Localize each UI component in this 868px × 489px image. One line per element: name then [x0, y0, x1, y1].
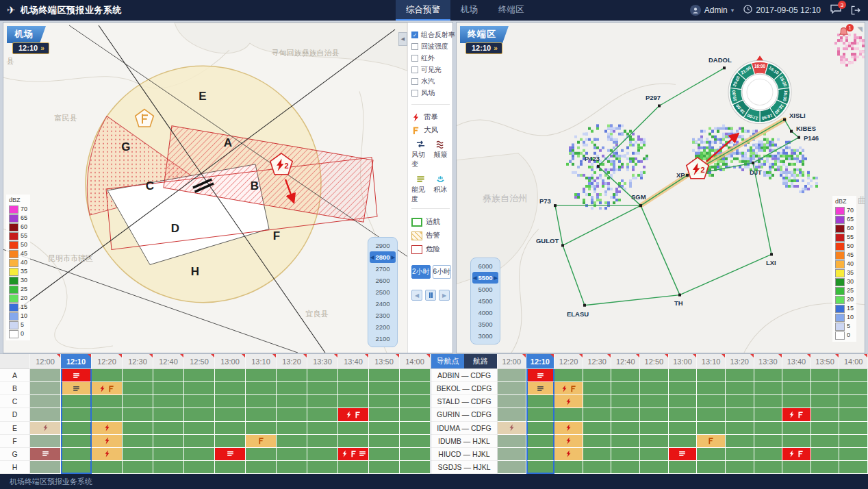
- zone-cell-6-13:20[interactable]: [277, 448, 307, 461]
- route-cell-1-12:30[interactable]: [583, 382, 612, 395]
- route-cell-7-12:50[interactable]: [640, 461, 669, 474]
- altitude-option-6000[interactable]: 6000: [472, 260, 498, 272]
- user-menu[interactable]: Admin ▾: [690, 5, 735, 16]
- route-cell-6-13:40[interactable]: [782, 448, 811, 461]
- route-cell-2-13:20[interactable]: [726, 395, 754, 408]
- layer-checkbox-5[interactable]: 风场: [411, 88, 450, 98]
- route-cell-3-13:50[interactable]: [811, 408, 840, 421]
- route-cell-0-12:30[interactable]: [583, 369, 612, 382]
- route-cell-0-14:00[interactable]: [839, 369, 868, 382]
- route-cell-6-12:40[interactable]: [611, 448, 640, 461]
- route-cell-5-12:20[interactable]: [554, 435, 583, 448]
- zone-cell-2-12:10[interactable]: [61, 395, 92, 408]
- time-header-13:00[interactable]: 13:00: [215, 354, 246, 369]
- time-header-13:40[interactable]: 13:40: [782, 354, 811, 369]
- zone-cell-3-13:20[interactable]: [277, 408, 307, 421]
- route-cell-4-12:30[interactable]: [583, 422, 612, 435]
- zone-cell-0-13:20[interactable]: [277, 369, 307, 382]
- alerts-bell-button[interactable]: 1: [838, 27, 850, 41]
- route-cell-1-13:10[interactable]: [697, 382, 726, 395]
- zone-cell-5-12:30[interactable]: [123, 435, 153, 448]
- waypoint-marker[interactable]: [678, 294, 681, 297]
- zone-cell-7-13:30[interactable]: [307, 461, 338, 474]
- time-header-13:30[interactable]: 13:30: [754, 354, 783, 369]
- time-header-12:40[interactable]: 12:40: [611, 354, 640, 369]
- zone-cell-5-13:50[interactable]: [369, 435, 400, 448]
- route-cell-0-12:10[interactable]: [526, 369, 555, 382]
- route-cell-3-12:50[interactable]: [640, 408, 669, 421]
- terminal-map[interactable]: DADOLP297XISLIKIBESP146P423XPDJTSGMP73GU…: [457, 23, 865, 353]
- zone-cell-7-12:10[interactable]: [61, 461, 92, 474]
- altitude-option-2100[interactable]: 2100: [370, 333, 396, 344]
- layer-checkbox-1[interactable]: 回波强度: [411, 42, 450, 51]
- zone-cell-7-12:30[interactable]: [123, 461, 153, 474]
- route-cell-4-13:20[interactable]: [726, 422, 754, 435]
- route-cell-6-12:20[interactable]: [554, 448, 583, 461]
- zone-cell-2-13:00[interactable]: [215, 395, 246, 408]
- zone-cell-0-13:50[interactable]: [369, 369, 400, 382]
- zone-cell-5-12:10[interactable]: [61, 435, 92, 448]
- altitude-option-4000[interactable]: 4000: [472, 307, 498, 318]
- zone-cell-4-13:20[interactable]: [277, 422, 307, 435]
- zone-cell-6-12:00[interactable]: [30, 448, 61, 461]
- route-cell-6-13:20[interactable]: [726, 448, 754, 461]
- route-cell-5-13:40[interactable]: [782, 435, 811, 448]
- layer-checkbox-3[interactable]: 可见光: [411, 65, 450, 75]
- zone-cell-1-13:30[interactable]: [307, 382, 338, 395]
- zone-cell-5-13:10[interactable]: [246, 435, 277, 448]
- time-header-12:30[interactable]: 12:30: [583, 354, 612, 369]
- route-cell-7-13:00[interactable]: [669, 461, 698, 474]
- route-cell-3-13:10[interactable]: [697, 408, 726, 421]
- route-cell-4-13:10[interactable]: [697, 422, 726, 435]
- route-cell-4-13:00[interactable]: [669, 422, 698, 435]
- zone-cell-0-13:40[interactable]: [338, 369, 369, 382]
- airport-map[interactable]: ABCDEFGH寻甸回族彝族自治县县富民县昆明市市辖区宜良县2 机场 12:10…: [3, 23, 407, 353]
- route-cell-3-12:10[interactable]: [526, 408, 555, 421]
- route-cell-0-12:50[interactable]: [640, 369, 669, 382]
- time-header-13:50[interactable]: 13:50: [369, 354, 400, 369]
- route-cell-4-13:40[interactable]: [782, 422, 811, 435]
- zone-cell-4-13:50[interactable]: [369, 422, 400, 435]
- zone-cell-6-12:20[interactable]: [92, 448, 123, 461]
- layer-checkbox-0[interactable]: ✓组合反射率: [411, 30, 450, 40]
- zone-cell-2-14:00[interactable]: [400, 395, 431, 408]
- time-header-14:00[interactable]: 14:00: [400, 354, 431, 369]
- route-cell-7-14:00[interactable]: [839, 461, 868, 474]
- route-cell-2-13:50[interactable]: [811, 395, 840, 408]
- zone-cell-3-12:50[interactable]: [184, 408, 215, 421]
- zone-cell-4-12:30[interactable]: [123, 422, 153, 435]
- zone-cell-2-12:20[interactable]: [92, 395, 123, 408]
- waypoint-marker[interactable]: [561, 244, 564, 247]
- route-cell-5-13:50[interactable]: [811, 435, 840, 448]
- time-header-12:50[interactable]: 12:50: [640, 354, 669, 369]
- zone-cell-1-12:10[interactable]: [61, 382, 92, 395]
- route-cell-2-12:10[interactable]: [526, 395, 555, 408]
- time-header-12:10[interactable]: 12:10: [526, 354, 555, 369]
- zone-cell-5-12:00[interactable]: [30, 435, 61, 448]
- zone-cell-4-12:40[interactable]: [153, 422, 184, 435]
- zone-cell-3-14:00[interactable]: [400, 408, 431, 421]
- route-cell-5-12:40[interactable]: [611, 435, 640, 448]
- route-cell-2-13:10[interactable]: [697, 395, 726, 408]
- time-header-13:00[interactable]: 13:00: [669, 354, 698, 369]
- route-cell-2-13:40[interactable]: [782, 395, 811, 408]
- zone-cell-3-13:30[interactable]: [307, 408, 338, 421]
- zone-cell-1-12:00[interactable]: [30, 382, 61, 395]
- slider-handle-left-icon[interactable]: ◀: [473, 275, 476, 281]
- zone-cell-7-13:10[interactable]: [246, 461, 277, 474]
- nav-tab-0[interactable]: 综合预警: [396, 0, 450, 21]
- zone-cell-5-12:40[interactable]: [153, 435, 184, 448]
- route-cell-7-13:30[interactable]: [754, 461, 783, 474]
- routes-tab[interactable]: 航路: [464, 354, 497, 368]
- zone-cell-2-12:40[interactable]: [153, 395, 184, 408]
- zone-cell-3-12:10[interactable]: [61, 408, 92, 421]
- route-cell-0-12:20[interactable]: [554, 369, 583, 382]
- route-cell-6-13:50[interactable]: [811, 448, 840, 461]
- nav-tab-1[interactable]: 机场: [450, 0, 488, 21]
- zone-cell-1-13:10[interactable]: [246, 382, 277, 395]
- layer-checkbox-2[interactable]: 红外: [411, 53, 450, 63]
- route-cell-3-13:00[interactable]: [669, 408, 698, 421]
- time-header-13:20[interactable]: 13:20: [726, 354, 754, 369]
- duration-button-0[interactable]: 2小时: [411, 265, 431, 279]
- time-header-12:20[interactable]: 12:20: [554, 354, 583, 369]
